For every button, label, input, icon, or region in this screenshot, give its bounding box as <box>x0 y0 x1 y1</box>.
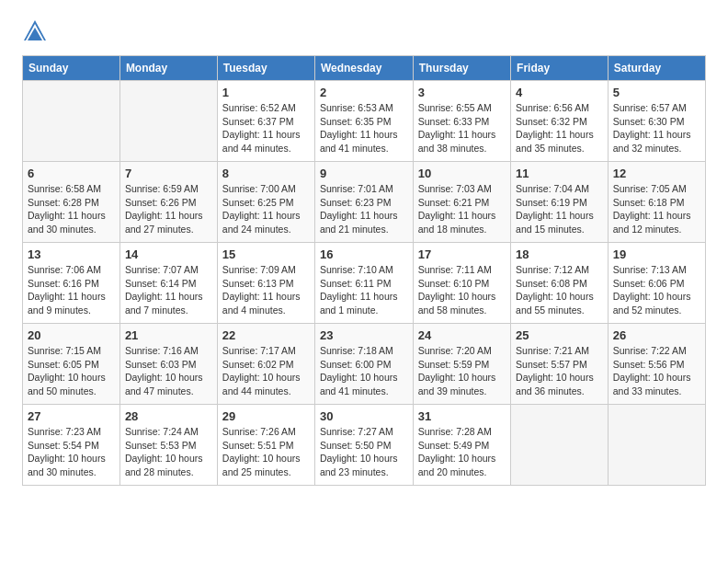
calendar-cell <box>23 81 120 162</box>
calendar-table: SundayMondayTuesdayWednesdayThursdayFrid… <box>22 55 706 486</box>
calendar-cell: 18Sunrise: 7:12 AM Sunset: 6:08 PM Dayli… <box>511 243 609 324</box>
day-info: Sunrise: 7:13 AM Sunset: 6:06 PM Dayligh… <box>613 263 700 317</box>
calendar-cell: 15Sunrise: 7:09 AM Sunset: 6:13 PM Dayli… <box>217 243 314 324</box>
day-number: 15 <box>222 247 310 261</box>
day-number: 20 <box>28 328 115 342</box>
day-info: Sunrise: 7:03 AM Sunset: 6:21 PM Dayligh… <box>418 182 506 236</box>
day-info: Sunrise: 7:04 AM Sunset: 6:19 PM Dayligh… <box>516 182 603 236</box>
day-info: Sunrise: 7:10 AM Sunset: 6:11 PM Dayligh… <box>320 263 408 317</box>
day-info: Sunrise: 6:53 AM Sunset: 6:35 PM Dayligh… <box>320 101 408 155</box>
calendar-cell <box>511 405 609 486</box>
calendar-cell: 3Sunrise: 6:55 AM Sunset: 6:33 PM Daylig… <box>413 81 510 162</box>
day-number: 14 <box>125 247 212 261</box>
calendar-cell: 8Sunrise: 7:00 AM Sunset: 6:25 PM Daylig… <box>217 162 314 243</box>
day-number: 28 <box>125 409 212 423</box>
day-info: Sunrise: 7:26 AM Sunset: 5:51 PM Dayligh… <box>222 425 310 479</box>
day-info: Sunrise: 7:00 AM Sunset: 6:25 PM Dayligh… <box>222 182 310 236</box>
calendar-cell: 10Sunrise: 7:03 AM Sunset: 6:21 PM Dayli… <box>413 162 510 243</box>
day-info: Sunrise: 7:21 AM Sunset: 5:57 PM Dayligh… <box>516 344 603 398</box>
day-info: Sunrise: 7:23 AM Sunset: 5:54 PM Dayligh… <box>28 425 115 479</box>
calendar-cell: 7Sunrise: 6:59 AM Sunset: 6:26 PM Daylig… <box>119 162 217 243</box>
day-number: 22 <box>222 328 310 342</box>
calendar-cell: 4Sunrise: 6:56 AM Sunset: 6:32 PM Daylig… <box>511 81 609 162</box>
calendar-cell: 2Sunrise: 6:53 AM Sunset: 6:35 PM Daylig… <box>314 81 413 162</box>
day-info: Sunrise: 7:05 AM Sunset: 6:18 PM Dayligh… <box>613 182 700 236</box>
day-info: Sunrise: 6:58 AM Sunset: 6:28 PM Dayligh… <box>28 182 115 236</box>
calendar-cell: 5Sunrise: 6:57 AM Sunset: 6:30 PM Daylig… <box>608 81 705 162</box>
calendar-week-row: 20Sunrise: 7:15 AM Sunset: 6:05 PM Dayli… <box>23 324 706 405</box>
calendar-cell: 22Sunrise: 7:17 AM Sunset: 6:02 PM Dayli… <box>217 324 314 405</box>
weekday-header: Thursday <box>413 56 510 81</box>
day-number: 5 <box>613 86 700 99</box>
calendar-cell: 16Sunrise: 7:10 AM Sunset: 6:11 PM Dayli… <box>314 243 413 324</box>
day-number: 26 <box>613 328 700 342</box>
day-info: Sunrise: 7:11 AM Sunset: 6:10 PM Dayligh… <box>418 263 506 317</box>
day-number: 1 <box>222 86 310 99</box>
day-number: 2 <box>320 86 408 99</box>
day-info: Sunrise: 7:15 AM Sunset: 6:05 PM Dayligh… <box>28 344 115 398</box>
weekday-header: Tuesday <box>217 56 314 81</box>
day-info: Sunrise: 7:01 AM Sunset: 6:23 PM Dayligh… <box>320 182 408 236</box>
weekday-header: Monday <box>119 56 217 81</box>
day-number: 21 <box>125 328 212 342</box>
weekday-header: Wednesday <box>314 56 413 81</box>
day-info: Sunrise: 6:55 AM Sunset: 6:33 PM Dayligh… <box>418 101 506 155</box>
weekday-header: Saturday <box>608 56 705 81</box>
day-number: 24 <box>418 328 506 342</box>
day-number: 16 <box>320 247 408 261</box>
day-info: Sunrise: 6:52 AM Sunset: 6:37 PM Dayligh… <box>222 101 310 155</box>
logo <box>22 18 51 44</box>
day-info: Sunrise: 6:59 AM Sunset: 6:26 PM Dayligh… <box>125 182 212 236</box>
calendar-cell <box>608 405 705 486</box>
calendar-cell: 9Sunrise: 7:01 AM Sunset: 6:23 PM Daylig… <box>314 162 413 243</box>
calendar-cell: 20Sunrise: 7:15 AM Sunset: 6:05 PM Dayli… <box>23 324 120 405</box>
weekday-header: Sunday <box>23 56 120 81</box>
calendar-cell: 28Sunrise: 7:24 AM Sunset: 5:53 PM Dayli… <box>119 405 217 486</box>
day-info: Sunrise: 7:18 AM Sunset: 6:00 PM Dayligh… <box>320 344 408 398</box>
calendar-cell: 12Sunrise: 7:05 AM Sunset: 6:18 PM Dayli… <box>608 162 705 243</box>
day-number: 9 <box>320 167 408 180</box>
day-number: 29 <box>222 409 310 423</box>
calendar-cell: 14Sunrise: 7:07 AM Sunset: 6:14 PM Dayli… <box>119 243 217 324</box>
day-info: Sunrise: 7:09 AM Sunset: 6:13 PM Dayligh… <box>222 263 310 317</box>
calendar-week-row: 1Sunrise: 6:52 AM Sunset: 6:37 PM Daylig… <box>23 81 706 162</box>
day-info: Sunrise: 6:57 AM Sunset: 6:30 PM Dayligh… <box>613 101 700 155</box>
logo-icon <box>22 18 48 44</box>
calendar-cell: 26Sunrise: 7:22 AM Sunset: 5:56 PM Dayli… <box>608 324 705 405</box>
calendar-cell: 24Sunrise: 7:20 AM Sunset: 5:59 PM Dayli… <box>413 324 510 405</box>
day-number: 3 <box>418 86 506 99</box>
day-number: 27 <box>28 409 115 423</box>
day-info: Sunrise: 7:16 AM Sunset: 6:03 PM Dayligh… <box>125 344 212 398</box>
calendar-cell: 29Sunrise: 7:26 AM Sunset: 5:51 PM Dayli… <box>217 405 314 486</box>
calendar-cell: 23Sunrise: 7:18 AM Sunset: 6:00 PM Dayli… <box>314 324 413 405</box>
day-info: Sunrise: 7:06 AM Sunset: 6:16 PM Dayligh… <box>28 263 115 317</box>
calendar-cell: 1Sunrise: 6:52 AM Sunset: 6:37 PM Daylig… <box>217 81 314 162</box>
day-info: Sunrise: 7:24 AM Sunset: 5:53 PM Dayligh… <box>125 425 212 479</box>
day-number: 10 <box>418 167 506 180</box>
day-info: Sunrise: 6:56 AM Sunset: 6:32 PM Dayligh… <box>516 101 603 155</box>
day-number: 23 <box>320 328 408 342</box>
calendar-week-row: 6Sunrise: 6:58 AM Sunset: 6:28 PM Daylig… <box>23 162 706 243</box>
calendar-cell: 30Sunrise: 7:27 AM Sunset: 5:50 PM Dayli… <box>314 405 413 486</box>
calendar-header-row: SundayMondayTuesdayWednesdayThursdayFrid… <box>23 56 706 81</box>
calendar-cell: 17Sunrise: 7:11 AM Sunset: 6:10 PM Dayli… <box>413 243 510 324</box>
calendar-cell: 19Sunrise: 7:13 AM Sunset: 6:06 PM Dayli… <box>608 243 705 324</box>
day-number: 19 <box>613 247 700 261</box>
day-number: 4 <box>516 86 603 99</box>
calendar-week-row: 13Sunrise: 7:06 AM Sunset: 6:16 PM Dayli… <box>23 243 706 324</box>
page-header <box>22 18 706 44</box>
day-number: 17 <box>418 247 506 261</box>
day-number: 25 <box>516 328 603 342</box>
day-number: 31 <box>418 409 506 423</box>
day-number: 12 <box>613 167 700 180</box>
weekday-header: Friday <box>511 56 609 81</box>
day-info: Sunrise: 7:07 AM Sunset: 6:14 PM Dayligh… <box>125 263 212 317</box>
day-number: 18 <box>516 247 603 261</box>
day-number: 6 <box>28 167 115 180</box>
calendar-cell: 27Sunrise: 7:23 AM Sunset: 5:54 PM Dayli… <box>23 405 120 486</box>
calendar-cell: 21Sunrise: 7:16 AM Sunset: 6:03 PM Dayli… <box>119 324 217 405</box>
day-info: Sunrise: 7:20 AM Sunset: 5:59 PM Dayligh… <box>418 344 506 398</box>
day-number: 13 <box>28 247 115 261</box>
day-number: 8 <box>222 167 310 180</box>
day-info: Sunrise: 7:17 AM Sunset: 6:02 PM Dayligh… <box>222 344 310 398</box>
